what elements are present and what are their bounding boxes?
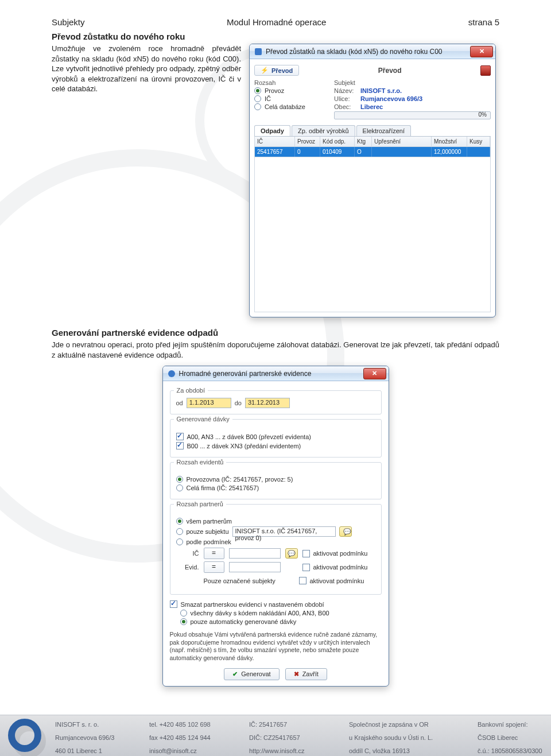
cell-kusy — [467, 147, 490, 157]
radio-sm-auto-label: pouze automaticky generované dávky — [191, 618, 297, 625]
generovat-label: Generovat — [241, 670, 270, 677]
foot-c4-l1: Společnost je zapsána v OR — [349, 720, 469, 730]
check-b00[interactable]: B00 ... z dávek XN3 (předání evidentem) — [176, 442, 375, 449]
tab-zpodber[interactable]: Zp. odběr výrobků — [292, 125, 355, 136]
col-ktg[interactable]: Ktg — [355, 137, 372, 147]
col-kododp[interactable]: Kód odp. — [320, 137, 355, 147]
radio-icon — [180, 610, 187, 617]
cell-upresneni — [372, 147, 432, 157]
radio-sm-auto[interactable]: pouze automaticky generované dávky — [180, 618, 382, 625]
radio-icon — [176, 476, 183, 483]
col-kusy[interactable]: Kusy — [467, 137, 490, 147]
note-icon[interactable]: 💬 — [339, 526, 352, 537]
check-aktiv-ozn[interactable]: aktivovat podmínku — [299, 577, 364, 584]
col-provoz[interactable]: Provoz — [295, 137, 320, 147]
zavrit-label: Zavřít — [302, 670, 319, 677]
radio-ic[interactable]: IČ — [254, 95, 326, 102]
col-ic[interactable]: IČ — [255, 137, 295, 147]
lightning-icon: ⚡ — [261, 67, 269, 74]
checkbox-icon — [170, 600, 177, 608]
page-content: Subjekty Modul Hromadné operace strana 5… — [0, 0, 551, 744]
evid-value-input[interactable] — [229, 562, 281, 572]
col-mnozstvi[interactable]: Množství — [432, 137, 467, 147]
cell-ktg: O — [355, 147, 372, 157]
radio-vsem[interactable]: všem partnerům — [176, 518, 375, 525]
do-input[interactable]: 31.12.2013 — [245, 398, 290, 408]
table-header: IČ Provoz Kód odp. Ktg Upřesnění Množstv… — [255, 137, 490, 147]
gendavky-label: Generované dávky — [174, 416, 232, 422]
radio-podle-podminek[interactable]: podle podmínek — [176, 538, 375, 545]
checkbox-icon — [299, 577, 306, 584]
section1-title: Převod zůstatku do nového roku — [52, 32, 499, 41]
header-right: strana 5 — [468, 17, 499, 27]
radio-db[interactable]: Celá databáze — [254, 103, 326, 110]
radio-icon — [176, 484, 183, 491]
ulice-value: Rumjancevova 696/3 — [360, 95, 422, 102]
radio-provoz[interactable]: Provoz — [254, 87, 326, 94]
dlg1-table: IČ Provoz Kód odp. Ktg Upřesnění Množstv… — [254, 136, 491, 312]
checkbox-icon — [302, 550, 310, 557]
dlg2-note: Pokud obsahuje Vámi vytvářená partnerská… — [170, 631, 382, 662]
check-aktiv-ic[interactable]: aktivovat podmínku — [302, 550, 368, 557]
obec-value: Liberec — [360, 103, 383, 110]
radio-icon — [254, 87, 261, 94]
close-button[interactable]: ✕ — [363, 368, 386, 379]
section1-text: Umožňuje ve zvoleném roce hromadně převá… — [52, 44, 241, 94]
ic-value-input[interactable] — [229, 548, 281, 559]
radio-cela-firma[interactable]: Celá firma (IČ: 25417657) — [176, 484, 375, 491]
radio-provozovna[interactable]: Provozovna (IČ: 25417657, provoz: 5) — [176, 476, 375, 483]
cell-mnozstvi: 12,000000 — [432, 147, 467, 157]
foot-c3-l3: http://www.inisoft.cz — [249, 746, 341, 756]
dlg1-center-title: Převod — [302, 67, 477, 75]
radio-vsem-label: všem partnerům — [187, 518, 232, 525]
dlg2-titlebar[interactable]: Hromadné generování partnerské evidence … — [163, 366, 389, 381]
zavrit-button[interactable]: ✖ Zavřít — [285, 668, 327, 680]
col-upresneni[interactable]: Upřesnění — [372, 137, 432, 147]
od-label: od — [176, 400, 183, 406]
dlg1-titlebar[interactable]: Převod zůstatků na skladu (kód xN5) do n… — [250, 44, 495, 59]
close-button[interactable]: ✕ — [470, 46, 493, 57]
foot-c4-l2: u Krajského soudu v Ústi n. L. — [349, 733, 469, 743]
prevod-button[interactable]: ⚡ Převod — [254, 65, 299, 76]
prevod-button-label: Převod — [271, 67, 293, 74]
header-left: Subjekty — [52, 17, 85, 27]
foot-c5-l3: č.ú.: 1805806583/0300 — [478, 746, 551, 756]
radio-db-label: Celá databáze — [265, 103, 305, 110]
check-a00[interactable]: A00, AN3 ... z dávek B00 (převzetí evide… — [176, 433, 375, 440]
svg-rect-0 — [255, 48, 262, 55]
dialog-prevod-zustatku: Převod zůstatků na skladu (kód xN5) do n… — [249, 44, 496, 317]
check-smazat[interactable]: Smazat partnerskou evidenci v nastaveném… — [170, 600, 382, 608]
subjekt-label: Subjekt — [334, 79, 491, 86]
check-smazat-label: Smazat partnerskou evidenci v nastaveném… — [181, 601, 324, 608]
table-row[interactable]: 25417657 0 010409 O 12,000000 — [255, 147, 490, 157]
evid-op-select[interactable]: = — [204, 561, 224, 573]
subjekt-input[interactable]: INISOFT s.r.o. (IČ 25417657, provoz 0) — [232, 526, 336, 537]
generovat-button[interactable]: ✔ Generovat — [224, 668, 279, 680]
rozsah-label: Rozsah — [254, 79, 326, 86]
check-aktiv-evid[interactable]: aktivovat podmínku — [302, 564, 368, 571]
foot-c4-l3: oddíl C, vložka 16913 — [349, 746, 469, 756]
radio-pouze-subjektu[interactable]: pouze subjektu INISOFT s.r.o. (IČ 254176… — [176, 526, 375, 537]
nazev-key: Název: — [334, 87, 358, 94]
tab-elektro[interactable]: Elektrozařízení — [356, 125, 411, 136]
foot-c2-l1: tel. +420 485 102 698 — [149, 720, 241, 730]
svg-point-1 — [168, 370, 175, 377]
ic-op-select[interactable]: = — [204, 548, 224, 559]
tab-odpady[interactable]: Odpady — [254, 125, 290, 136]
cell-provoz: 0 — [295, 147, 320, 157]
radio-sm-vsechny[interactable]: všechny dávky s kódem nakládání A00, AN3… — [180, 610, 382, 617]
check-aktiv-ic-label: aktivovat podmínku — [313, 550, 368, 557]
radio-sm-vsechny-label: všechny dávky s kódem nakládání A00, AN3… — [191, 610, 329, 617]
radio-podminky-label: podle podmínek — [187, 538, 231, 545]
note-icon[interactable]: 💬 — [285, 548, 298, 559]
nazev-value: INISOFT s.r.o. — [360, 87, 402, 94]
dlg1-tabs: Odpady Zp. odběr výrobků Elektrozařízení — [254, 125, 491, 136]
ic-label: IČ — [176, 550, 199, 557]
foot-c1-l1: INISOFT s. r. o. — [55, 720, 141, 730]
progress-text: 0% — [479, 111, 487, 118]
obec-key: Obec: — [334, 103, 358, 110]
od-input[interactable]: 1.1.2013 — [187, 398, 231, 408]
group-gen-davky: Generované dávky A00, AN3 ... z dávek B0… — [170, 419, 382, 458]
stop-button[interactable] — [480, 65, 491, 76]
radio-ic-label: IČ — [265, 95, 271, 102]
